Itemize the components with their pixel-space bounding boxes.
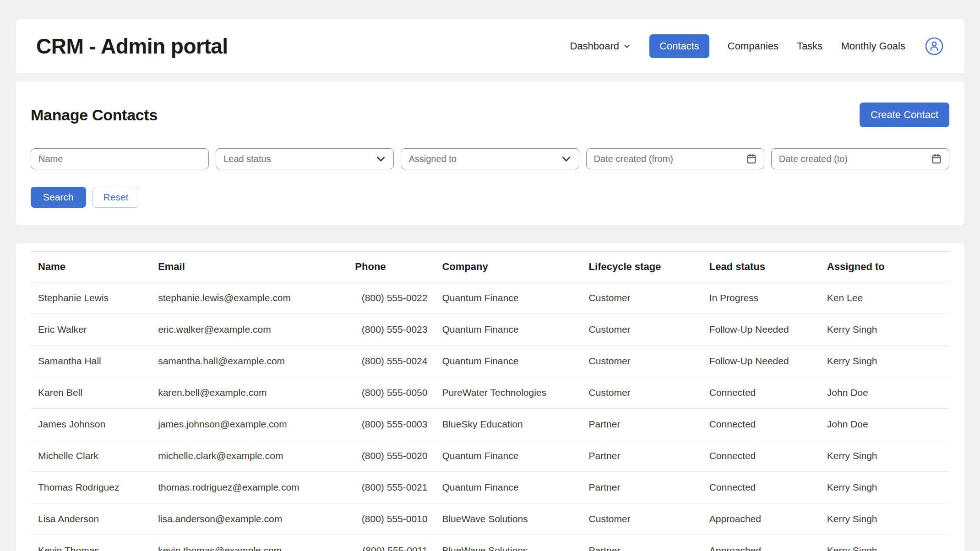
cell-assigned-to: Kerry Singh	[820, 472, 949, 503]
date-from-input[interactable]	[594, 154, 742, 164]
table-row[interactable]: Eric Walker eric.walker@example.com (800…	[31, 314, 949, 346]
cell-name: Eric Walker	[31, 314, 151, 346]
cell-email: michelle.clark@example.com	[151, 440, 348, 472]
manage-contacts-panel: Manage Contacts Create Contact Lead stat…	[16, 81, 964, 225]
page: CRM - Admin portal Dashboard Contacts Co…	[0, 19, 980, 551]
cell-name: Stephanie Lewis	[31, 282, 151, 314]
column-header-email: Email	[151, 252, 348, 282]
table-row[interactable]: Lisa Anderson lisa.anderson@example.com …	[31, 503, 949, 535]
name-filter-input[interactable]	[38, 154, 202, 164]
cell-name: James Johnson	[31, 409, 151, 440]
table-row[interactable]: Karen Bell karen.bell@example.com (800) …	[31, 377, 949, 409]
nav-item-monthly-goals[interactable]: Monthly Goals	[841, 40, 905, 52]
search-button[interactable]: Search	[31, 187, 86, 208]
assigned-to-filter-select[interactable]: Assigned to	[401, 148, 579, 169]
cell-lifecycle-stage: Customer	[582, 314, 702, 346]
cell-name: Michelle Clark	[31, 440, 151, 472]
date-to-filter-field[interactable]	[771, 148, 949, 169]
cell-assigned-to: John Doe	[820, 409, 949, 440]
table-row[interactable]: Michelle Clark michelle.clark@example.co…	[31, 440, 949, 472]
cell-lifecycle-stage: Partner	[582, 535, 702, 551]
cell-company: Quantum Finance	[435, 440, 581, 472]
cell-lead-status: Follow-Up Needed	[702, 346, 820, 377]
nav-item-contacts[interactable]: Contacts	[649, 34, 709, 58]
nav-item-companies[interactable]: Companies	[728, 40, 779, 52]
cell-email: james.johnson@example.com	[151, 409, 348, 440]
filters-row: Lead status Assigned to	[31, 148, 949, 169]
nav-item-tasks[interactable]: Tasks	[797, 40, 822, 52]
cell-phone: (800) 555-0050	[348, 377, 435, 409]
cell-email: thomas.rodriguez@example.com	[151, 472, 348, 503]
cell-name: Kevin Thomas	[31, 535, 151, 551]
date-from-filter-field[interactable]	[586, 148, 764, 169]
table-row[interactable]: Samantha Hall samantha.hall@example.com …	[31, 346, 949, 377]
cell-email: samantha.hall@example.com	[151, 346, 348, 377]
cell-phone: (800) 555-0011	[348, 535, 435, 551]
cell-lifecycle-stage: Customer	[582, 346, 702, 377]
column-header-lifecycle-stage: Lifecycle stage	[582, 252, 702, 282]
table-row[interactable]: Stephanie Lewis stephanie.lewis@example.…	[31, 282, 949, 314]
main-nav: Dashboard Contacts Companies Tasks Month…	[570, 34, 944, 58]
cell-lead-status: In Progress	[702, 282, 820, 314]
cell-name: Lisa Anderson	[31, 503, 151, 535]
reset-button[interactable]: Reset	[93, 187, 140, 208]
lead-status-filter-select[interactable]: Lead status	[216, 148, 394, 169]
cell-phone: (800) 555-0010	[348, 503, 435, 535]
cell-assigned-to: Kerry Singh	[820, 440, 949, 472]
cell-company: Quantum Finance	[435, 314, 581, 346]
cell-lead-status: Approached	[702, 503, 820, 535]
cell-assigned-to: Ken Lee	[820, 282, 949, 314]
cell-lead-status: Follow-Up Needed	[702, 314, 820, 346]
contacts-table: Name Email Phone Company Lifecycle stage…	[31, 251, 949, 551]
cell-email: lisa.anderson@example.com	[151, 503, 348, 535]
calendar-icon[interactable]	[931, 153, 942, 165]
cell-company: BlueWave Solutions	[435, 503, 581, 535]
app-header: CRM - Admin portal Dashboard Contacts Co…	[16, 19, 964, 73]
cell-lead-status: Connected	[702, 472, 820, 503]
cell-email: stephanie.lewis@example.com	[151, 282, 348, 314]
contacts-table-card: Name Email Phone Company Lifecycle stage…	[16, 243, 964, 551]
cell-lead-status: Approached	[702, 535, 820, 551]
cell-company: Quantum Finance	[435, 346, 581, 377]
cell-assigned-to: Kerry Singh	[820, 503, 949, 535]
cell-company: Quantum Finance	[435, 472, 581, 503]
chevron-down-icon	[560, 153, 572, 165]
cell-email: karen.bell@example.com	[151, 377, 348, 409]
column-header-assigned-to: Assigned to	[820, 252, 949, 282]
cell-company: BlueWave Solutions	[435, 535, 581, 551]
cell-assigned-to: John Doe	[820, 377, 949, 409]
column-header-lead-status: Lead status	[702, 252, 820, 282]
cell-lifecycle-stage: Customer	[582, 377, 702, 409]
column-header-company: Company	[435, 252, 581, 282]
cell-lead-status: Connected	[702, 409, 820, 440]
table-row[interactable]: James Johnson james.johnson@example.com …	[31, 409, 949, 440]
table-row[interactable]: Thomas Rodriguez thomas.rodriguez@exampl…	[31, 472, 949, 503]
calendar-icon[interactable]	[746, 153, 757, 165]
chevron-down-icon	[623, 42, 631, 50]
column-header-name: Name	[31, 252, 151, 282]
create-contact-button[interactable]: Create Contact	[860, 103, 949, 127]
cell-email: kevin.thomas@example.com	[151, 535, 348, 551]
cell-lifecycle-stage: Customer	[582, 282, 702, 314]
cell-name: Karen Bell	[31, 377, 151, 409]
cell-phone: (800) 555-0022	[348, 282, 435, 314]
cell-lifecycle-stage: Partner	[582, 472, 702, 503]
cell-lifecycle-stage: Partner	[582, 440, 702, 472]
cell-phone: (800) 555-0024	[348, 346, 435, 377]
page-title: Manage Contacts	[31, 106, 158, 124]
cell-lead-status: Connected	[702, 377, 820, 409]
table-header-row: Name Email Phone Company Lifecycle stage…	[31, 252, 949, 282]
nav-item-dashboard[interactable]: Dashboard	[570, 40, 631, 52]
user-avatar-icon[interactable]	[925, 37, 944, 56]
date-to-input[interactable]	[779, 154, 927, 164]
cell-company: BlueSky Education	[435, 409, 581, 440]
table-row[interactable]: Kevin Thomas kevin.thomas@example.com (8…	[31, 535, 949, 551]
cell-phone: (800) 555-0023	[348, 314, 435, 346]
filter-actions: Search Reset	[31, 187, 949, 208]
cell-name: Samantha Hall	[31, 346, 151, 377]
cell-email: eric.walker@example.com	[151, 314, 348, 346]
cell-company: Quantum Finance	[435, 282, 581, 314]
name-filter-field[interactable]	[31, 148, 209, 169]
cell-name: Thomas Rodriguez	[31, 472, 151, 503]
cell-lifecycle-stage: Partner	[582, 409, 702, 440]
